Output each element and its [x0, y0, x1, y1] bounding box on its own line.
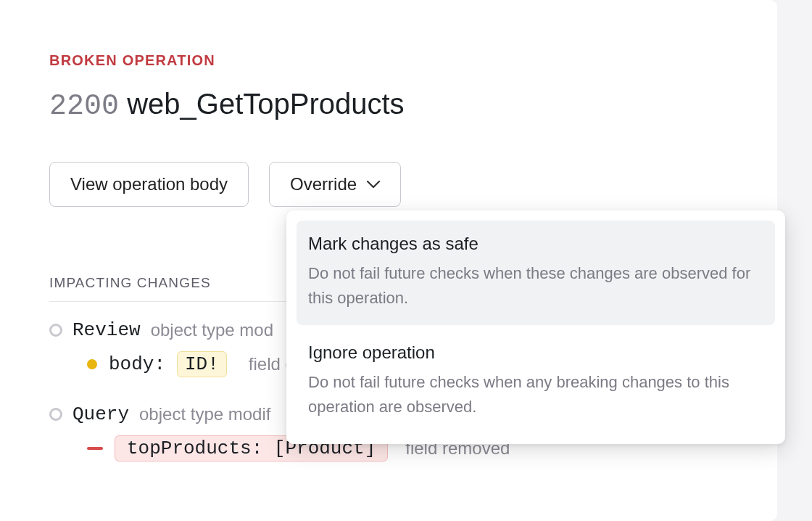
type-name: Review	[72, 319, 141, 341]
dropdown-item-ignore-operation[interactable]: Ignore operation Do not fail future chec…	[297, 329, 775, 434]
open-circle-icon	[49, 324, 62, 337]
dropdown-item-mark-safe[interactable]: Mark changes as safe Do not fail future …	[297, 221, 775, 325]
impacting-changes-heading: IMPACTING CHANGES	[49, 275, 296, 302]
override-dropdown: Mark changes as safe Do not fail future …	[286, 210, 785, 444]
operation-name: web_GetTopProducts	[127, 88, 404, 120]
yellow-dot-icon	[87, 359, 97, 369]
override-button[interactable]: Override	[269, 162, 401, 207]
open-circle-icon	[49, 408, 62, 421]
operation-title: 2200 web_GetTopProducts	[49, 88, 728, 123]
chevron-down-icon	[367, 181, 380, 189]
field-label: body:	[109, 353, 165, 375]
override-label: Override	[290, 174, 357, 194]
dropdown-item-description: Do not fail future checks when these cha…	[308, 261, 763, 311]
field-type-badge: ID!	[177, 351, 227, 377]
view-operation-body-label: View operation body	[70, 174, 228, 194]
minus-icon	[87, 447, 103, 450]
view-operation-body-button[interactable]: View operation body	[49, 162, 249, 207]
dropdown-item-description: Do not fail future checks when any break…	[308, 370, 763, 419]
type-name: Query	[72, 403, 129, 425]
operation-count: 2200	[49, 90, 119, 123]
type-note: object type modif	[139, 404, 270, 424]
broken-operation-label: BROKEN OPERATION	[49, 52, 728, 69]
type-note: object type mod	[151, 320, 273, 340]
dropdown-item-title: Mark changes as safe	[308, 234, 763, 254]
dropdown-item-title: Ignore operation	[308, 342, 763, 363]
